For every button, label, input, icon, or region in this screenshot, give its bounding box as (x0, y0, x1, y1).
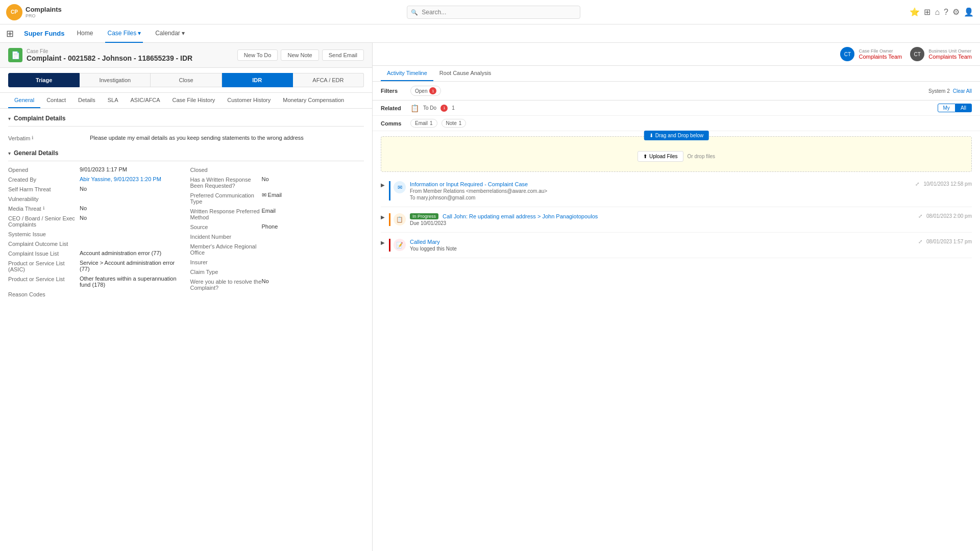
new-todo-button[interactable]: New To Do (237, 49, 278, 61)
field-complaint-outcome: Complaint Outcome List (8, 240, 182, 247)
tab-case-file-history[interactable]: Case File History (166, 93, 222, 108)
tab-general[interactable]: General (8, 93, 40, 108)
tab-details[interactable]: Details (72, 93, 102, 108)
case-header-buttons: New To Do New Note Send Email (237, 49, 364, 61)
tab-root-cause[interactable]: Root Cause Analysis (433, 66, 498, 81)
expand-icon[interactable]: ▶ (381, 240, 385, 245)
send-email-button[interactable]: Send Email (322, 49, 364, 61)
verbatim-info-icon[interactable]: ℹ (32, 135, 33, 140)
activity-title[interactable]: Called Mary (410, 239, 914, 245)
system-badge: System 2 (928, 88, 950, 94)
note-count: 1 (459, 120, 462, 126)
nav-calendar[interactable]: Calendar ▾ (153, 24, 187, 43)
field-written-response-req-label: Has a Written Response Been Requested? (190, 176, 262, 189)
field-created-by-value[interactable]: Abir Yassine, 9/01/2023 1:20 PM (80, 176, 182, 183)
toggle-my-button[interactable]: My (938, 104, 955, 112)
field-media-threat-value: No (80, 205, 182, 212)
email-pill[interactable]: Email 1 (410, 119, 437, 128)
nav-bar: ⊞ Super Funds Home Case Files ▾ Calendar… (0, 24, 980, 43)
clear-all-button[interactable]: Clear All (953, 88, 972, 94)
tab-contact[interactable]: Contact (40, 93, 72, 108)
field-created-by: Created By Abir Yassine, 9/01/2023 1:20 … (8, 176, 182, 183)
search-input[interactable] (407, 6, 580, 19)
help-icon[interactable]: ? (944, 8, 948, 17)
drop-zone[interactable]: ⬇ Drag and Drop below ⬆ Upload Files Or … (381, 136, 972, 172)
general-details-header[interactable]: ▾ General Details (8, 149, 364, 157)
tab-monetary-compensation[interactable]: Monetary Compensation (277, 93, 350, 108)
complaint-details-title: Complaint Details (14, 115, 65, 122)
drag-drop-button[interactable]: ⬇ Drag and Drop below (644, 131, 709, 140)
chevron-icon: ▾ (8, 151, 11, 156)
step-close[interactable]: Close (151, 73, 222, 87)
user-icon[interactable]: 👤 (964, 7, 974, 17)
field-media-threat: Media Threat ℹ No (8, 205, 182, 212)
search-icon: 🔍 (411, 9, 418, 15)
activity-to: To mary.johnson@gmail.com (410, 195, 911, 201)
tab-sla[interactable]: SLA (102, 93, 125, 108)
nav-case-files[interactable]: Case Files ▾ (105, 24, 143, 43)
settings-icon[interactable]: ⚙ (952, 7, 960, 17)
field-pref-comm-type: Preferred Communication Type ✉ Email (190, 192, 364, 205)
resize-icon[interactable]: ⤢ (918, 213, 922, 219)
or-text: Or drop files (688, 154, 715, 159)
filters-label: Filters (381, 88, 406, 94)
step-idr[interactable]: IDR (222, 73, 293, 87)
tab-activity-timeline[interactable]: Activity Timeline (381, 66, 433, 81)
section-divider-2 (8, 161, 364, 161)
new-note-button[interactable]: New Note (281, 49, 318, 61)
activity-item: ▶ 📝 Called Mary You logged this Note ⤢ 0… (381, 239, 972, 258)
tab-customer-history[interactable]: Customer History (221, 93, 277, 108)
activity-content: Information or Input Required - Complain… (410, 181, 911, 201)
tab-asic-afca[interactable]: ASIC/AFCA (124, 93, 166, 108)
toggle-all-button[interactable]: All (955, 104, 972, 112)
field-ceo-value: No (80, 215, 182, 228)
section-divider (8, 126, 364, 127)
activity-title[interactable]: Call John: Re updating email address > J… (443, 213, 598, 219)
star-icon[interactable]: ⭐ (910, 7, 920, 17)
resize-icon[interactable]: ⤢ (918, 239, 922, 244)
upload-icon: ⬆ (643, 154, 647, 159)
home-icon[interactable]: ⌂ (935, 8, 940, 17)
field-ceo: CEO / Board / Senior Exec Complaints No (8, 215, 182, 228)
field-closed: Closed (190, 166, 364, 173)
complaint-details-header[interactable]: ▾ Complaint Details (8, 115, 364, 122)
expand-icon[interactable]: ▶ (381, 182, 385, 188)
note-pill[interactable]: Note 1 (442, 119, 467, 128)
field-written-response-method-value: Email (262, 208, 364, 220)
field-self-harm: Self Harm Threat No (8, 186, 182, 192)
activity-time: 08/01/2023 2:00 pm (926, 213, 972, 219)
field-complaint-issue-label: Complaint Issue List (8, 250, 80, 257)
media-threat-info-icon[interactable]: ℹ (43, 206, 44, 211)
grid-menu-icon[interactable]: ⊞ (6, 28, 14, 39)
field-member-advice: Member's Advice Regional Office (190, 243, 364, 256)
step-afca[interactable]: AFCA / EDR (293, 73, 364, 87)
upload-files-button[interactable]: ⬆ Upload Files (638, 151, 683, 162)
sub-tabs: General Contact Details SLA ASIC/AFCA Ca… (0, 93, 372, 109)
field-ceo-label: CEO / Board / Senior Exec Complaints (8, 215, 80, 228)
resize-icon[interactable]: ⤢ (915, 181, 919, 187)
field-pref-comm-type-label: Preferred Communication Type (190, 192, 262, 205)
activity-title[interactable]: Information or Input Required - Complain… (410, 181, 911, 187)
top-bar: CP Complaints PRO 🔍 ⭐ ⊞ ⌂ ? ⚙ 👤 (0, 0, 980, 24)
todo-count-num: 1 (452, 105, 455, 111)
business-unit-owner-name[interactable]: Complaints Team (928, 54, 972, 60)
step-investigation[interactable]: Investigation (80, 73, 151, 87)
step-triage[interactable]: Triage (8, 73, 80, 87)
field-insurer-value (262, 259, 364, 265)
case-file-title: Complaint - 0021582 - Johnson - 11865523… (27, 54, 192, 62)
case-file-owner-name[interactable]: Complaints Team (859, 54, 902, 60)
expand-icon[interactable]: ▶ (381, 214, 385, 220)
field-complaint-outcome-label: Complaint Outcome List (8, 240, 80, 247)
grid-icon[interactable]: ⊞ (924, 7, 930, 17)
todo-count-badge: 1 (440, 105, 448, 112)
email-icon: ✉ (262, 192, 268, 198)
nav-home[interactable]: Home (75, 24, 95, 43)
case-file-icon: 📄 (8, 48, 22, 62)
activity-item: ▶ 📋 In Progress Call John: Re updating e… (381, 213, 972, 233)
search-bar: 🔍 (84, 6, 903, 19)
field-product-service: Product or Service List Other features w… (8, 276, 182, 288)
field-written-response-method-label: Written Response Preferred Method (190, 208, 262, 220)
filter-open-badge[interactable]: Open 1 (410, 86, 441, 96)
field-written-response-req: Has a Written Response Been Requested? N… (190, 176, 364, 189)
todo-icon: 📋 (410, 104, 419, 112)
